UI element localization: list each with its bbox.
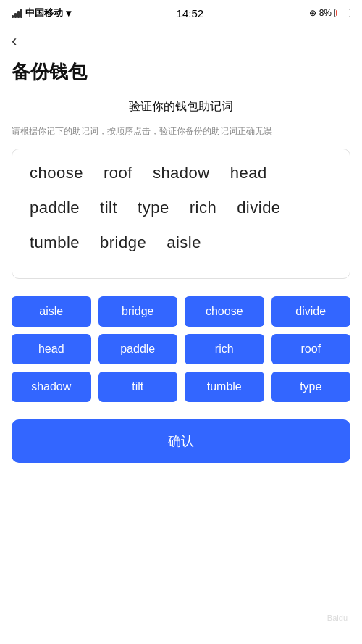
btn-head[interactable]: head: [12, 334, 91, 364]
btn-rich[interactable]: rich: [185, 334, 264, 364]
wifi-icon: ▾: [66, 7, 71, 19]
btn-choose[interactable]: choose: [185, 296, 264, 327]
word-tumble: tumble: [30, 233, 80, 252]
word-bridge: bridge: [100, 233, 146, 252]
word-tilt: tilt: [100, 198, 117, 217]
btn-divide[interactable]: divide: [272, 296, 351, 327]
word-paddle: paddle: [30, 198, 80, 217]
carrier-label: 中国移动: [25, 7, 63, 20]
btn-type[interactable]: type: [272, 372, 351, 402]
status-bar: 中国移动 ▾ 14:52 ⊕ 8%: [0, 0, 362, 26]
word-roof: roof: [104, 164, 132, 183]
btn-aisle[interactable]: aisle: [12, 296, 91, 327]
subtitle-main: 验证你的钱包助记词: [12, 99, 350, 114]
btn-tumble[interactable]: tumble: [185, 372, 264, 402]
word-row-3: tumble bridge aisle: [30, 233, 332, 252]
btn-shadow[interactable]: shadow: [12, 372, 91, 402]
battery-section: ⊕ 8%: [309, 8, 350, 18]
btn-bridge[interactable]: bridge: [98, 296, 178, 327]
confirm-section: 确认: [0, 414, 362, 477]
battery-percent: 8%: [319, 8, 332, 18]
word-buttons-grid: aisle bridge choose divide head paddle r…: [12, 296, 350, 402]
word-shadow: shadow: [153, 164, 210, 183]
signal-icon: [12, 8, 22, 18]
word-buttons-section: aisle bridge choose divide head paddle r…: [0, 289, 362, 402]
word-aisle: aisle: [167, 233, 201, 252]
btn-tilt[interactable]: tilt: [98, 372, 178, 402]
back-button[interactable]: ‹: [0, 26, 28, 54]
word-row-2: paddle tilt type rich divide: [30, 198, 332, 217]
word-rich: rich: [190, 198, 216, 217]
subtitle-desc: 请根据你记下的助记词，按顺序点击，验证你备份的助记词正确无误: [0, 125, 362, 138]
watermark: Baidu: [327, 614, 348, 622]
battery-fill: [336, 10, 337, 16]
battery-bar: [334, 9, 350, 17]
word-display-box: choose roof shadow head paddle tilt type…: [12, 149, 350, 279]
word-type: type: [138, 198, 169, 217]
subtitle-section: 验证你的钱包助记词: [0, 99, 362, 125]
btn-paddle[interactable]: paddle: [98, 334, 178, 364]
word-head: head: [230, 164, 267, 183]
word-choose: choose: [30, 164, 83, 183]
word-row-1: choose roof shadow head: [30, 164, 332, 183]
confirm-button[interactable]: 确认: [12, 419, 350, 463]
carrier-signal: 中国移动 ▾: [12, 7, 71, 20]
word-divide: divide: [237, 198, 280, 217]
page-title: 备份钱包: [0, 54, 362, 99]
status-time: 14:52: [177, 7, 204, 20]
battery-icon: ⊕: [309, 8, 316, 18]
btn-roof[interactable]: roof: [272, 334, 351, 364]
